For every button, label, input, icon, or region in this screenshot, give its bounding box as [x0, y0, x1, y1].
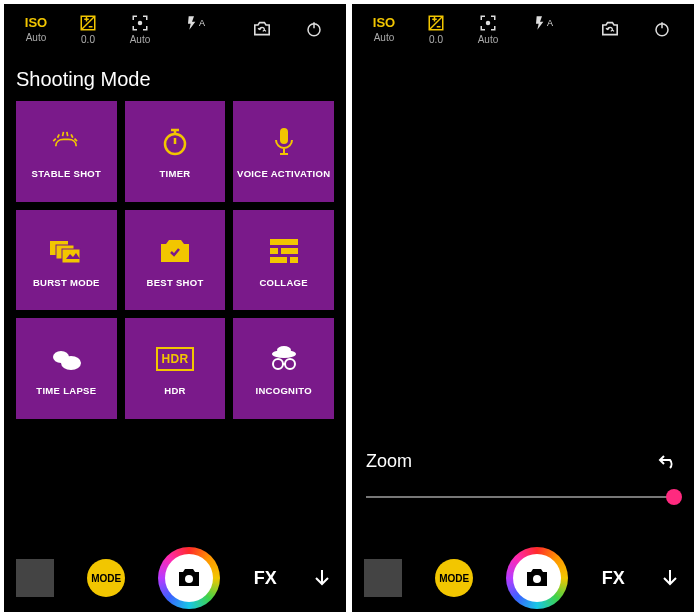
focus-icon	[479, 14, 497, 32]
zoom-label: Zoom	[366, 451, 644, 472]
mode-best-shot[interactable]: BEST SHOT	[125, 210, 226, 311]
slider-thumb[interactable]	[666, 489, 682, 505]
switch-camera-icon	[252, 20, 272, 38]
iso-value: Auto	[26, 32, 47, 43]
fx-button[interactable]: FX	[254, 568, 277, 589]
svg-point-16	[277, 346, 291, 354]
mode-burst[interactable]: BURST MODE	[16, 210, 117, 311]
bottombar: MODE FX	[4, 544, 346, 612]
svg-rect-8	[270, 239, 298, 245]
hdr-icon: HDR	[156, 341, 195, 377]
mode-label: BURST MODE	[33, 277, 100, 288]
mode-voice-activation[interactable]: VOICE ACTIVATION	[233, 101, 334, 202]
mode-label: HDR	[164, 385, 185, 396]
power-control[interactable]	[636, 20, 688, 38]
mode-hdr[interactable]: HDR HDR	[125, 318, 226, 419]
mode-label: COLLAGE	[259, 277, 308, 288]
exposure-icon	[79, 14, 97, 32]
collapse-button[interactable]	[658, 566, 682, 590]
iso-label: ISO	[373, 15, 395, 30]
iso-value: Auto	[374, 32, 395, 43]
collapse-button[interactable]	[310, 566, 334, 590]
zoom-row: Zoom	[352, 448, 694, 474]
switch-camera-control[interactable]	[236, 20, 288, 38]
timer-icon	[160, 124, 190, 160]
svg-point-17	[273, 359, 283, 369]
power-control[interactable]	[288, 20, 340, 38]
iso-control[interactable]: ISO Auto	[358, 15, 410, 43]
burst-icon	[48, 233, 84, 269]
shooting-mode-title: Shooting Mode	[4, 54, 346, 101]
gallery-thumbnail[interactable]	[364, 559, 402, 597]
mode-label: INCOGNITO	[255, 385, 311, 396]
svg-point-1	[139, 21, 142, 24]
topbar: ISO Auto 0.0 Auto A	[4, 4, 346, 54]
slider-track	[366, 496, 680, 498]
iso-control[interactable]: ISO Auto	[10, 15, 62, 43]
focus-control[interactable]: Auto	[462, 14, 514, 45]
focus-value: Auto	[130, 34, 151, 45]
focus-icon	[131, 14, 149, 32]
svg-rect-10	[281, 248, 298, 254]
mode-time-lapse[interactable]: TIME LAPSE	[16, 318, 117, 419]
best-shot-icon	[159, 233, 191, 269]
fx-button[interactable]: FX	[602, 568, 625, 589]
svg-rect-11	[270, 257, 287, 263]
flash-icon	[184, 14, 200, 32]
exposure-value: 0.0	[81, 34, 95, 45]
flash-icon	[532, 14, 548, 32]
svg-rect-9	[270, 248, 278, 254]
svg-point-19	[185, 575, 193, 583]
shooting-mode-grid: STABLE SHOT TIMER VOICE ACTIVATION BURST…	[4, 101, 346, 429]
hand-icon	[49, 124, 83, 160]
flash-control[interactable]: A	[514, 14, 566, 44]
switch-camera-icon	[600, 20, 620, 38]
undo-button[interactable]	[654, 448, 680, 474]
focus-control[interactable]: Auto	[114, 14, 166, 45]
phone-right: ISO Auto 0.0 Auto A	[352, 4, 694, 612]
focus-value: Auto	[478, 34, 499, 45]
mic-icon	[273, 124, 295, 160]
switch-camera-control[interactable]	[584, 20, 636, 38]
mode-incognito[interactable]: INCOGNITO	[233, 318, 334, 419]
topbar: ISO Auto 0.0 Auto A	[352, 4, 694, 54]
power-icon	[653, 20, 671, 38]
gallery-thumbnail[interactable]	[16, 559, 54, 597]
shutter-button[interactable]	[158, 547, 220, 609]
mode-button[interactable]: MODE	[435, 559, 473, 597]
svg-rect-12	[290, 257, 298, 263]
svg-point-23	[533, 575, 541, 583]
mode-button[interactable]: MODE	[87, 559, 125, 597]
mode-label: TIME LAPSE	[36, 385, 96, 396]
svg-rect-4	[280, 128, 288, 144]
mode-label: TIMER	[159, 168, 190, 179]
main-area-left: Shooting Mode STABLE SHOT TIMER VOICE AC…	[4, 54, 346, 544]
power-icon	[305, 20, 323, 38]
main-area-right: Zoom	[352, 54, 694, 544]
phone-left: ISO Auto 0.0 Auto A	[4, 4, 346, 612]
svg-point-18	[285, 359, 295, 369]
mode-label: VOICE ACTIVATION	[237, 168, 330, 179]
flash-control[interactable]: A	[166, 14, 218, 44]
zoom-slider[interactable]	[366, 486, 680, 508]
exposure-control[interactable]: 0.0	[62, 14, 114, 45]
exposure-control[interactable]: 0.0	[410, 14, 462, 45]
shutter-button[interactable]	[506, 547, 568, 609]
collage-icon	[270, 233, 298, 269]
exposure-icon	[427, 14, 445, 32]
bottombar: MODE FX	[352, 544, 694, 612]
mode-stable-shot[interactable]: STABLE SHOT	[16, 101, 117, 202]
mode-label: STABLE SHOT	[32, 168, 102, 179]
svg-point-14	[61, 356, 81, 370]
incognito-icon	[268, 341, 300, 377]
exposure-value: 0.0	[429, 34, 443, 45]
mode-collage[interactable]: COLLAGE	[233, 210, 334, 311]
mode-label: BEST SHOT	[146, 277, 203, 288]
iso-label: ISO	[25, 15, 47, 30]
svg-point-21	[487, 21, 490, 24]
cloud-icon	[49, 341, 83, 377]
mode-timer[interactable]: TIMER	[125, 101, 226, 202]
